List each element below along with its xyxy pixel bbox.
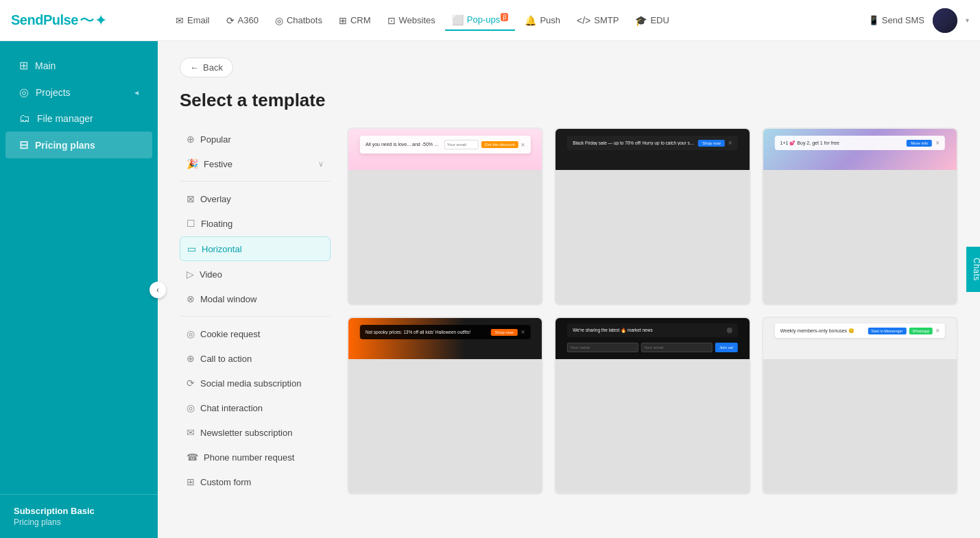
filter-phone-number[interactable]: ☎ Phone number request [180, 445, 331, 469]
avatar[interactable] [933, 8, 957, 33]
festive-chevron-icon: ∨ [318, 160, 324, 169]
filter-horizontal[interactable]: ▭ Horizontal [180, 236, 331, 261]
logo-wave: 〜✦ [80, 10, 107, 31]
card3-close-icon[interactable]: × [935, 139, 940, 147]
template-card-4[interactable]: Not spooky prices: 13% off all kids' Hal… [347, 317, 543, 495]
card5-circle [727, 328, 732, 333]
sidebar-collapse-button[interactable]: ‹ [150, 282, 166, 298]
template-card-3[interactable]: 1+1 💕 Buy 2, get 1 for free More info × [762, 127, 958, 306]
sidebar-file-manager-label: File manager [37, 113, 93, 124]
nav-email-label: Email [187, 15, 210, 25]
card2-close-icon[interactable]: × [728, 139, 732, 147]
card4-btn[interactable]: Shop now [491, 329, 518, 336]
template-card-2[interactable]: Black Friday sale — up to 70% off! Hurry… [554, 127, 750, 306]
template-preview-3: 1+1 💕 Buy 2, get 1 for free More info × [763, 129, 957, 170]
sidebar-item-projects[interactable]: ◎ Projects ◂ [5, 79, 152, 106]
template-card-5[interactable]: We're sharing the latest 🔥 market news J… [554, 317, 750, 495]
card3-btn[interactable]: More info [907, 140, 932, 147]
template-card-1[interactable]: All you need is love... and -50% discoun… [347, 127, 543, 306]
card6-close-icon[interactable]: × [935, 327, 940, 334]
sidebar-item-pricing-plans[interactable]: ⊟ Pricing plans [5, 132, 152, 158]
chat-icon: ◎ [187, 402, 195, 413]
edu-nav-icon: 🎓 [635, 15, 647, 26]
custom-form-icon: ⊞ [187, 476, 195, 487]
template-preview-6: Weekly members-only bonuses 😊 Start in M… [763, 318, 957, 359]
top-navigation: SendPulse 〜✦ ✉ Email ⟳ A360 ◎ Chatbots ⊞… [0, 0, 980, 41]
avatar-dropdown-icon[interactable]: ▾ [966, 16, 969, 24]
filter-newsletter[interactable]: ✉ Newsletter subscription [180, 421, 331, 444]
card1-btn[interactable]: Get the discount [481, 141, 518, 148]
nav-items: ✉ Email ⟳ A360 ◎ Chatbots ⊞ CRM ⊡ Websit… [169, 10, 868, 31]
nav-push-label: Push [540, 15, 560, 25]
email-nav-icon: ✉ [176, 15, 184, 26]
card2-btn[interactable]: Shop now [698, 140, 725, 147]
beta-badge: β [501, 13, 508, 21]
nav-push[interactable]: 🔔 Push [518, 11, 567, 30]
filter-festive[interactable]: 🎉 Festive ∨ [180, 152, 331, 175]
card6-text: Weekly members-only bonuses 😊 [780, 328, 865, 334]
card5-name-input[interactable] [567, 343, 638, 352]
nav-websites[interactable]: ⊡ Websites [381, 11, 442, 30]
template-preview-4: Not spooky prices: 13% off all kids' Hal… [348, 318, 542, 359]
sidebar: ⊞ Main ◎ Projects ◂ 🗂 File manager ⊟ Pri… [0, 41, 158, 538]
template-preview-5: We're sharing the latest 🔥 market news J… [555, 318, 749, 359]
filter-chat-label: Chat interaction [200, 403, 263, 413]
card6-whatsapp-btn[interactable]: Whatsapp [909, 328, 933, 334]
a360-nav-icon: ⟳ [226, 15, 235, 26]
filter-divider [180, 181, 331, 182]
cta-icon: ⊕ [187, 353, 195, 364]
nav-smtp[interactable]: </> SMTP [570, 11, 625, 30]
card3-text: 1+1 💕 Buy 2, get 1 for free [780, 140, 904, 146]
filter-floating[interactable]: ☐ Floating [180, 212, 331, 235]
send-sms-button[interactable]: 📱 Send SMS [868, 15, 924, 25]
filter-social-media[interactable]: ⟳ Social media subscription [180, 371, 331, 395]
back-button[interactable]: ← Back [180, 58, 233, 77]
nav-chatbots-label: Chatbots [287, 15, 322, 25]
nav-popups[interactable]: ⬜ Pop-ups β [445, 10, 516, 31]
push-nav-icon: 🔔 [525, 15, 536, 26]
card4-text: Not spooky prices: 13% off all kids' Hal… [366, 330, 488, 334]
card5-email-input[interactable] [641, 343, 713, 352]
nav-popups-label: Pop-ups [467, 14, 500, 25]
nav-edu[interactable]: 🎓 EDU [628, 11, 676, 30]
filter-popular[interactable]: ⊕ Popular [180, 127, 331, 151]
file-manager-icon: 🗂 [19, 112, 30, 125]
card6-messenger-btn[interactable]: Start in Messenger [868, 328, 906, 334]
main-layout: ⊞ Main ◎ Projects ◂ 🗂 File manager ⊟ Pri… [0, 41, 980, 538]
floating-icon: ☐ [187, 218, 195, 229]
filter-video-label: Video [200, 269, 222, 280]
popular-icon: ⊕ [187, 134, 195, 145]
nav-a360[interactable]: ⟳ A360 [219, 11, 265, 30]
filter-video[interactable]: ▷ Video [180, 262, 331, 286]
newsletter-icon: ✉ [187, 427, 195, 438]
avatar-image [933, 8, 957, 33]
filter-chat-interaction[interactable]: ◎ Chat interaction [180, 396, 331, 419]
nav-crm[interactable]: ⊞ CRM [332, 11, 378, 30]
card5-text: We're sharing the latest 🔥 market news [573, 328, 724, 333]
template-card-6[interactable]: Weekly members-only bonuses 😊 Start in M… [762, 317, 958, 495]
nav-chatbots[interactable]: ◎ Chatbots [268, 11, 329, 30]
nav-email[interactable]: ✉ Email [169, 11, 217, 30]
filter-custom-form[interactable]: ⊞ Custom form [180, 470, 331, 493]
template-preview-2: Black Friday sale — up to 70% off! Hurry… [555, 129, 749, 170]
card1-input[interactable] [444, 140, 479, 149]
filter-cookie-request[interactable]: ◎ Cookie request [180, 322, 331, 345]
filter-newsletter-label: Newsletter subscription [200, 428, 292, 438]
filter-phone-label: Phone number request [204, 452, 294, 463]
chats-button[interactable]: Chats [966, 247, 980, 292]
sidebar-item-main[interactable]: ⊞ Main [5, 52, 152, 79]
filter-cookie-label: Cookie request [200, 329, 260, 339]
card1-close-icon[interactable]: × [521, 141, 525, 149]
sidebar-item-file-manager[interactable]: 🗂 File manager [5, 106, 152, 132]
card4-close-icon[interactable]: × [521, 328, 525, 336]
filter-modal-window[interactable]: ⊗ Modal window [180, 287, 331, 310]
filter-overlay-label: Overlay [200, 194, 231, 204]
projects-icon: ◎ [19, 86, 29, 99]
filter-call-to-action[interactable]: ⊕ Call to action [180, 347, 331, 370]
card5-btn[interactable]: Join us! [715, 343, 738, 352]
filter-overlay[interactable]: ⊠ Overlay [180, 187, 331, 210]
nav-edu-label: EDU [650, 15, 669, 25]
content-layout: ⊕ Popular 🎉 Festive ∨ ⊠ Overlay ☐ Floati… [180, 127, 958, 495]
logo[interactable]: SendPulse 〜✦ [11, 10, 169, 31]
filter-panel: ⊕ Popular 🎉 Festive ∨ ⊠ Overlay ☐ Floati… [180, 127, 331, 495]
